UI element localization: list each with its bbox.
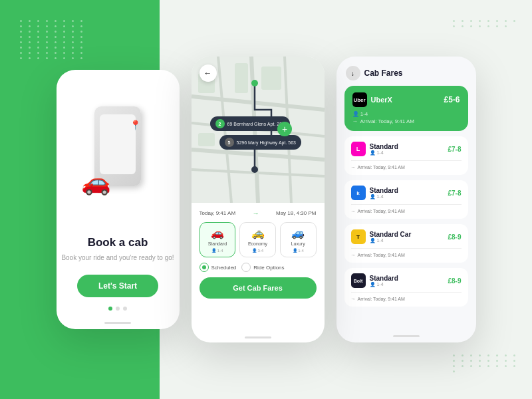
ride-options-row: Scheduled Ride Options: [200, 263, 317, 272]
home-indicator-bar: [104, 322, 131, 324]
fare-item-bolt[interactable]: Bolt Standard 👤 1-4 £8-9 → Arrival: Toda…: [344, 268, 468, 307]
svg-point-15: [251, 166, 258, 173]
bolt-arrival: → Arrival: Today, 9:41 AM: [351, 297, 462, 301]
luxury-passengers: 👤 1-4: [293, 248, 304, 253]
kango-price: £7-8: [448, 190, 461, 197]
download-icon: ↓: [346, 66, 360, 80]
uber-brand-name: UberX: [371, 96, 392, 104]
lyft-price: £7-8: [448, 146, 461, 153]
scheduled-label: Scheduled: [211, 265, 237, 271]
kango-arrival: → Arrival: Today, 9:41 AM: [351, 209, 462, 213]
fare-item-taxi[interactable]: T Standard Car 👤 1-4 £8-9 → Arrival: Tod…: [344, 224, 468, 263]
kango-info: Standard 👤 1-4: [370, 187, 398, 200]
book-cab-title: Book a cab: [61, 236, 174, 249]
economy-car-icon: 🚕: [251, 227, 265, 239]
taxi-price: £8-9: [448, 233, 461, 241]
fare-item-kango[interactable]: k Standard 👤 1-4 £7-8 → Arrival: Today, …: [344, 180, 468, 219]
screen1-text-block: Book a cab Book your ride and you're rea…: [61, 236, 174, 263]
book-cab-subtitle: Book your ride and you're ready to go!: [61, 253, 174, 263]
plus-button-map[interactable]: +: [277, 122, 292, 136]
luxury-car-icon: 🚙: [291, 227, 305, 239]
home-indicator-bar-2: [245, 336, 271, 338]
bolt-passengers: 👤 1-4: [370, 282, 398, 287]
cab-fares-title: Cab Fares: [364, 68, 403, 78]
uber-passengers: 👤 1-4: [352, 111, 460, 117]
kango-passengers: 👤 1-4: [370, 194, 398, 200]
lyft-info: Standard 👤 1-4: [370, 143, 398, 156]
screen2-bottom-panel: Today, 9:41 AM → May 18, 4:30 PM 🚗 Stand…: [192, 203, 325, 332]
map-area: ← 2 69 Bernhard Glens Apt. 226 5 5296 Ma…: [192, 57, 325, 203]
screen-cab-fares: ↓ Cab Fares Uber UberX £5-6 👤 1-4 → Arri…: [336, 57, 476, 342]
taxi-arrival: → Arrival: Today, 9:41 AM: [351, 253, 462, 257]
ride-type-standard[interactable]: 🚗 Standard 👤 1-4: [200, 222, 236, 257]
uber-price: £5-6: [444, 95, 460, 104]
dot-pattern-right: [453, 354, 519, 372]
ride-options-label: Ride Options: [253, 265, 284, 271]
kango-row: k Standard 👤 1-4 £7-8: [351, 186, 462, 200]
uber-brand: Uber UberX: [352, 92, 392, 107]
ride-options-radio[interactable]: [241, 263, 251, 272]
lyft-passengers: 👤 1-4: [370, 150, 398, 156]
scheduled-option[interactable]: Scheduled: [200, 263, 237, 272]
time-row: Today, 9:41 AM → May 18, 4:30 PM: [200, 209, 317, 217]
bolt-info: Standard 👤 1-4: [370, 275, 398, 287]
bolt-row: Bolt Standard 👤 1-4 £8-9: [351, 273, 462, 288]
screen-book-cab: 🚗 📍 Book a cab Book your ride and you're…: [57, 70, 180, 329]
back-button[interactable]: ←: [200, 65, 217, 82]
scheduled-radio[interactable]: [200, 263, 209, 272]
standard-label: Standard: [208, 241, 227, 246]
screen-map: ← 2 69 Bernhard Glens Apt. 226 5 5296 Ma…: [192, 57, 325, 342]
svg-rect-9: [235, 63, 248, 93]
time-arrival: May 18, 4:30 PM: [276, 210, 316, 216]
lyft-logo: L: [351, 142, 366, 156]
taxi-name: Standard Car: [370, 231, 412, 238]
phone-3d-icon: 🚗 📍: [91, 106, 144, 193]
kango-logo: k: [351, 186, 366, 200]
dot-1: [108, 307, 112, 311]
taxi-brand: T Standard Car 👤 1-4: [351, 229, 412, 244]
page-dots-indicator: [108, 307, 127, 311]
fare-uber-header: Uber UberX £5-6: [352, 92, 460, 107]
fare-card-uber[interactable]: Uber UberX £5-6 👤 1-4 → Arrival: Today, …: [344, 86, 468, 131]
car-3d-icon: 🚗: [81, 168, 111, 196]
route-num-2: 5: [225, 138, 234, 147]
bolt-logo: Bolt: [351, 273, 366, 288]
screens-container: 🚗 📍 Book a cab Book your ride and you're…: [57, 57, 476, 342]
ride-type-economy[interactable]: 🚕 Economy 👤 3-4: [239, 222, 276, 257]
ride-types-selector: 🚗 Standard 👤 1-4 🚕 Economy 👤 3-4 🚙 Luxur…: [200, 222, 317, 257]
route-num-1: 2: [215, 119, 225, 128]
dot-3: [123, 307, 127, 311]
divider-4: [351, 292, 462, 293]
lyft-row: L Standard 👤 1-4 £7-8: [351, 142, 462, 156]
svg-point-14: [251, 80, 258, 86]
get-cab-fares-button[interactable]: Get Cab Fares: [200, 277, 317, 299]
ride-type-luxury[interactable]: 🚙 Luxury 👤 1-4: [280, 222, 317, 257]
bolt-brand: Bolt Standard 👤 1-4: [351, 273, 398, 288]
fares-list: L Standard 👤 1-4 £7-8 → Arrival: Today, …: [336, 136, 476, 330]
dot-2: [116, 307, 120, 311]
fare-item-lyft[interactable]: L Standard 👤 1-4 £7-8 → Arrival: Today, …: [344, 136, 468, 175]
taxi-logo: T: [351, 229, 366, 244]
kango-brand: k Standard 👤 1-4: [351, 186, 398, 200]
time-current: Today, 9:41 AM: [200, 210, 236, 216]
divider-1: [351, 160, 462, 161]
uber-logo: Uber: [352, 92, 367, 107]
lets-start-button[interactable]: Let's Start: [77, 275, 158, 297]
route-label-2: 5 5296 Mary Highway Apt. 563 +: [219, 135, 302, 150]
taxi-row: T Standard Car 👤 1-4 £8-9: [351, 229, 462, 244]
luxury-label: Luxury: [291, 241, 305, 246]
map-pin-icon: 📍: [130, 120, 141, 130]
divider-2: [351, 204, 462, 205]
lyft-brand: L Standard 👤 1-4: [351, 142, 398, 156]
bolt-name: Standard: [370, 275, 398, 282]
standard-car-icon: 🚗: [211, 227, 224, 239]
home-indicator-bar-3: [393, 335, 420, 337]
economy-label: Economy: [248, 241, 267, 246]
standard-passengers: 👤 1-4: [211, 248, 223, 253]
lyft-name: Standard: [370, 143, 398, 150]
ride-options-option[interactable]: Ride Options: [241, 263, 284, 272]
arrow-icon: →: [253, 209, 259, 217]
dot-pattern-top-left: [20, 20, 86, 59]
bolt-price: £8-9: [448, 277, 461, 285]
taxi-info: Standard Car 👤 1-4: [370, 231, 412, 243]
